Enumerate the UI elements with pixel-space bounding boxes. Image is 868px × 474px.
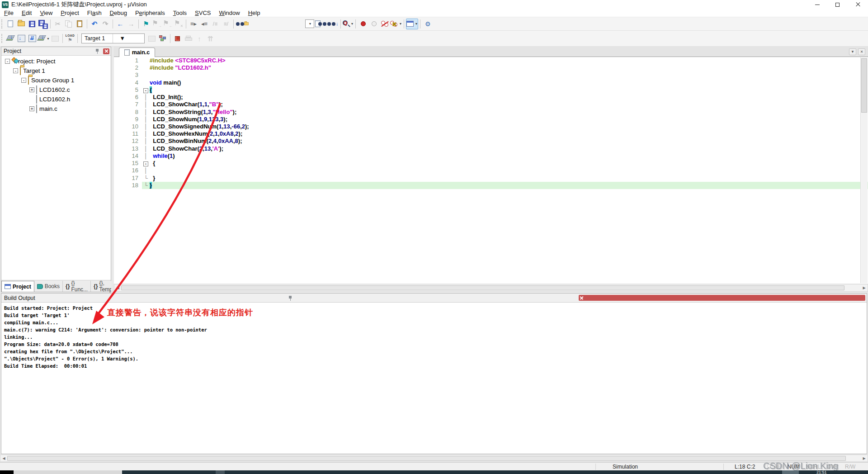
red-cube-button[interactable] bbox=[172, 33, 183, 44]
code-line-11: 11│ LCD_ShowHexNum(2,1,0xA8,2); bbox=[114, 130, 868, 137]
menu-flash[interactable]: Flash bbox=[83, 9, 106, 17]
arrow-up-button[interactable]: ↑ bbox=[194, 33, 205, 44]
rebuild-all-button[interactable]: ⇊ bbox=[27, 33, 38, 44]
line-number: 2 bbox=[114, 64, 142, 71]
file-extensions-button[interactable] bbox=[146, 33, 157, 44]
new-file-button[interactable] bbox=[5, 19, 16, 29]
window-layout-button[interactable]: ▼ bbox=[406, 19, 418, 29]
find-in-files-doc-button[interactable] bbox=[315, 19, 327, 29]
manage-project-items-button[interactable] bbox=[157, 33, 168, 44]
close-button[interactable] bbox=[848, 0, 868, 9]
menu-project[interactable]: Project bbox=[57, 9, 83, 17]
pin-icon[interactable] bbox=[95, 48, 99, 54]
translate-file-button[interactable]: ↓ bbox=[5, 33, 16, 44]
editor-vertical-scrollbar[interactable] bbox=[860, 57, 868, 283]
chevron-down-icon[interactable]: ▼ bbox=[113, 34, 144, 43]
save-all-button[interactable] bbox=[38, 19, 48, 29]
tree-item-label: LCD1602.h bbox=[39, 96, 70, 103]
double-arrow-up-button[interactable]: ⇈ bbox=[205, 33, 216, 44]
paste-button[interactable] bbox=[74, 19, 85, 29]
menu-window[interactable]: Window bbox=[215, 9, 244, 17]
breakpoints-kill-all-button[interactable]: ✕▼ bbox=[390, 19, 402, 29]
tree-item-lcd1602-c[interactable]: +LCD1602.c bbox=[1, 85, 111, 95]
unindent-button[interactable]: ◂≡ bbox=[199, 19, 210, 29]
prev-bookmark-button[interactable]: ⚑← bbox=[162, 19, 173, 29]
stop-build-button[interactable] bbox=[50, 33, 61, 44]
fold-collapse-icon[interactable]: - bbox=[142, 160, 150, 167]
editor-tab-bar: main.c ▼ ✕ bbox=[114, 47, 868, 57]
open-file-button[interactable] bbox=[16, 19, 27, 29]
target-select[interactable]: Target 1▼ bbox=[81, 33, 145, 43]
pin-icon[interactable] bbox=[288, 295, 575, 301]
tree-item-lcd1602-h[interactable]: LCD1602.h bbox=[1, 95, 111, 104]
menu-svcs[interactable]: SVCS bbox=[191, 9, 215, 17]
tree-item-target-1[interactable]: -Target 1 bbox=[1, 66, 111, 76]
uncomment-button[interactable]: ≡/ bbox=[221, 19, 231, 29]
panel-tab-project[interactable]: Project bbox=[1, 281, 34, 292]
menu-help[interactable]: Help bbox=[244, 9, 264, 17]
file-icon bbox=[34, 105, 37, 113]
tab-list-dropdown-icon[interactable]: ▼ bbox=[849, 48, 856, 55]
expand-icon[interactable]: + bbox=[29, 106, 34, 111]
scroll-right-icon[interactable]: ▶ bbox=[861, 455, 868, 461]
tree-item-project-project[interactable]: -Project: Project bbox=[1, 57, 111, 66]
scroll-left-icon[interactable]: ◀ bbox=[0, 455, 7, 461]
redo-button[interactable]: ↷ bbox=[100, 19, 111, 29]
fold-collapse-icon[interactable]: - bbox=[142, 86, 150, 94]
breakpoints-disable-all-button[interactable] bbox=[379, 19, 390, 29]
collapse-icon[interactable]: - bbox=[21, 78, 26, 83]
navigate-back-button[interactable]: ← bbox=[115, 19, 126, 29]
menu-debug[interactable]: Debug bbox=[106, 9, 131, 17]
indent-button[interactable]: ≡▸ bbox=[188, 19, 199, 29]
configure-wrench-button[interactable]: ⚙ bbox=[422, 19, 433, 29]
collapse-icon[interactable]: - bbox=[13, 68, 18, 73]
editor-horizontal-scrollbar[interactable]: ◀ ▶ bbox=[114, 284, 868, 292]
build-output-scrollbar[interactable]: ◀ ▶ bbox=[0, 455, 868, 462]
navigate-forward-button[interactable]: → bbox=[126, 19, 137, 29]
search-combo-button[interactable]: ▼ bbox=[304, 19, 315, 29]
scrollbar-thumb[interactable] bbox=[7, 456, 846, 461]
debug-session-button[interactable]: Q▼ bbox=[343, 19, 354, 29]
tree-item-main-c[interactable]: +main.c bbox=[1, 104, 111, 114]
line-number: 6 bbox=[114, 94, 142, 101]
menu-edit[interactable]: Edit bbox=[18, 9, 36, 17]
comment-button[interactable]: /≡ bbox=[210, 19, 221, 29]
tab-main-c[interactable]: main.c bbox=[119, 47, 155, 57]
tab-close-icon[interactable]: ✕ bbox=[858, 48, 865, 55]
expand-icon[interactable]: + bbox=[29, 87, 34, 92]
scrollbar-thumb[interactable] bbox=[121, 285, 844, 290]
incremental-find-button[interactable]: ↓ bbox=[327, 19, 339, 29]
panel-tab--func-[interactable]: {}{} Func... bbox=[63, 281, 91, 292]
menu-view[interactable]: View bbox=[36, 9, 57, 17]
build-button[interactable]: ↓ bbox=[16, 33, 27, 44]
breakpoint-toggle-button[interactable] bbox=[358, 19, 368, 29]
next-bookmark-button[interactable]: ⚑→ bbox=[151, 19, 162, 29]
status-cursor-position: L:18 C:2 bbox=[735, 464, 755, 470]
copy-button[interactable] bbox=[63, 19, 74, 29]
batch-build-button[interactable]: ↓▼ bbox=[38, 33, 50, 44]
menu-peripherals[interactable]: Peripherals bbox=[131, 9, 169, 17]
insert-bookmark-button[interactable]: ⚑ bbox=[141, 19, 151, 29]
scroll-right-icon[interactable]: ▶ bbox=[861, 284, 868, 291]
tree-item-label: Source Group 1 bbox=[31, 77, 74, 84]
cut-button[interactable]: ✂ bbox=[52, 19, 63, 29]
clear-bookmarks-button[interactable]: ⚑✕ bbox=[173, 19, 184, 29]
panel-tab-books[interactable]: Books bbox=[34, 281, 63, 292]
printer-button[interactable] bbox=[183, 33, 194, 44]
code-editor[interactable]: 1#include <STC89C5xRC.H>2#include "LCD16… bbox=[114, 57, 868, 284]
build-output-close-icon[interactable] bbox=[579, 295, 865, 301]
menu-file[interactable]: File bbox=[0, 9, 18, 17]
find-in-files-button[interactable] bbox=[236, 19, 250, 29]
maximize-button[interactable] bbox=[827, 0, 848, 9]
breakpoint-enable-button[interactable] bbox=[368, 19, 379, 29]
collapse-icon[interactable]: - bbox=[5, 59, 10, 64]
minimize-button[interactable] bbox=[807, 0, 827, 9]
tree-item-source-group-1[interactable]: -Source Group 1 bbox=[1, 76, 111, 85]
project-close-icon[interactable] bbox=[103, 48, 109, 54]
project-panel-tabs: ProjectBooks{}{} Func...{}{}, Temp... bbox=[1, 280, 111, 292]
download-load-button[interactable]: LOAD⚑ bbox=[65, 33, 75, 44]
scroll-left-icon[interactable]: ◀ bbox=[114, 284, 121, 291]
save-button[interactable] bbox=[27, 19, 38, 29]
undo-button[interactable]: ↶ bbox=[89, 19, 100, 29]
menu-tools[interactable]: Tools bbox=[169, 9, 191, 17]
